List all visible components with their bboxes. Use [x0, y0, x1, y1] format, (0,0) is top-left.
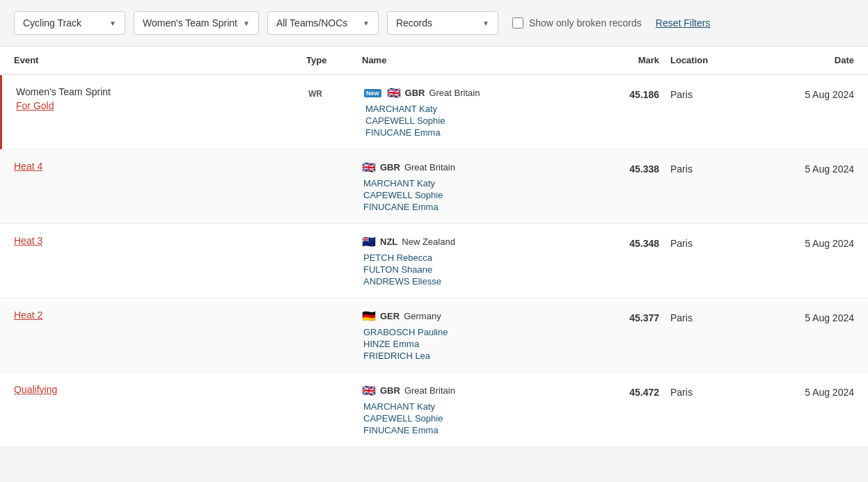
team-code: GER	[380, 311, 400, 321]
athlete-name: FRIEDRICH Lea	[362, 351, 576, 361]
table-row: Qualifying🇬🇧GBRGreat BritainMARCHANT Kat…	[0, 373, 868, 447]
flag-icon: 🇬🇧	[387, 86, 401, 99]
team-line: 🇬🇧GBRGreat Britain	[362, 161, 576, 174]
name-cell: New🇬🇧GBRGreat BritainMARCHANT KatyCAPEWE…	[364, 86, 576, 138]
header-type: Type	[306, 55, 362, 65]
athlete-name: GRABOSCH Pauline	[362, 327, 576, 337]
team-line: 🇳🇿NZLNew Zealand	[362, 235, 576, 248]
header-mark: Mark	[576, 55, 659, 65]
event-link[interactable]: Heat 3	[14, 235, 306, 246]
mark-value: 45.348	[576, 235, 659, 249]
header-date: Date	[743, 55, 854, 65]
category-dropdown[interactable]: Records ▼	[387, 11, 498, 35]
filter-bar: Cycling Track ▼ Women's Team Sprint ▼ Al…	[0, 0, 868, 47]
table-row: Heat 4🇬🇧GBRGreat BritainMARCHANT KatyCAP…	[0, 150, 868, 224]
teams-dropdown-label: All Teams/NOCs	[276, 17, 347, 29]
location-value: Paris	[659, 161, 743, 175]
team-line: New🇬🇧GBRGreat Britain	[364, 86, 576, 99]
event-link[interactable]: Heat 4	[14, 161, 306, 172]
sport-dropdown[interactable]: Cycling Track ▼	[14, 11, 125, 35]
team-name: Germany	[404, 311, 441, 321]
athlete-name: FINUCANE Emma	[364, 127, 576, 138]
flag-icon: 🇬🇧	[362, 384, 376, 397]
event-sub-link[interactable]: For Gold	[16, 100, 308, 111]
flag-icon: 🇳🇿	[362, 235, 376, 248]
date-value: 5 Aug 2024	[743, 86, 854, 100]
location-value: Paris	[659, 384, 743, 398]
event-cell: Women's Team SprintFor Gold	[16, 86, 308, 111]
flag-icon: 🇩🇪	[362, 310, 376, 323]
header-event: Event	[14, 55, 306, 65]
table-header-row: Event Type Name Mark Location Date	[0, 47, 868, 75]
athlete-name: ANDREWS Ellesse	[362, 276, 576, 287]
type-badge: WR	[308, 86, 364, 99]
athlete-name: PETCH Rebecca	[362, 252, 576, 263]
athlete-name: FINUCANE Emma	[362, 202, 576, 212]
mark-value: 45.186	[576, 86, 659, 100]
athlete-name: CAPEWELL Sophie	[362, 413, 576, 424]
show-broken-checkbox[interactable]	[512, 17, 523, 29]
table-row: Heat 2🇩🇪GERGermanyGRABOSCH PaulineHINZE …	[0, 298, 868, 373]
mark-value: 45.377	[576, 310, 659, 323]
event-cell: Heat 2	[14, 310, 306, 321]
team-name: Great Britain	[429, 88, 480, 98]
event-cell: Heat 4	[14, 161, 306, 172]
show-broken-text: Show only broken records	[529, 17, 642, 29]
new-badge: New	[364, 89, 381, 97]
athlete-name: CAPEWELL Sophie	[362, 190, 576, 200]
table-row: Women's Team SprintFor GoldWRNew🇬🇧GBRGre…	[0, 75, 868, 150]
team-code: GBR	[405, 88, 425, 98]
event-dropdown[interactable]: Women's Team Sprint ▼	[134, 11, 259, 35]
athlete-name: FULTON Shaane	[362, 264, 576, 275]
reset-filters-button[interactable]: Reset Filters	[656, 17, 711, 29]
teams-dropdown[interactable]: All Teams/NOCs ▼	[267, 11, 379, 35]
athlete-name: HINZE Emma	[362, 339, 576, 349]
category-chevron-icon: ▼	[482, 19, 489, 27]
name-cell: 🇩🇪GERGermanyGRABOSCH PaulineHINZE EmmaFR…	[362, 310, 576, 361]
location-value: Paris	[659, 86, 743, 100]
date-value: 5 Aug 2024	[743, 161, 854, 175]
date-value: 5 Aug 2024	[743, 310, 854, 323]
team-line: 🇬🇧GBRGreat Britain	[362, 384, 576, 397]
location-value: Paris	[659, 235, 743, 249]
sport-chevron-icon: ▼	[109, 19, 116, 27]
event-name: Women's Team Sprint	[16, 86, 308, 97]
teams-chevron-icon: ▼	[363, 19, 370, 27]
type-badge	[306, 161, 362, 163]
table-body: Women's Team SprintFor GoldWRNew🇬🇧GBRGre…	[0, 75, 868, 447]
sport-dropdown-label: Cycling Track	[23, 17, 81, 29]
team-line: 🇩🇪GERGermany	[362, 310, 576, 323]
team-name: Great Britain	[404, 385, 455, 396]
athlete-name: FINUCANE Emma	[362, 425, 576, 435]
event-dropdown-label: Women's Team Sprint	[143, 17, 237, 29]
type-badge	[306, 310, 362, 312]
team-name: Great Britain	[404, 162, 455, 172]
event-cell: Heat 3	[14, 235, 306, 246]
name-cell: 🇬🇧GBRGreat BritainMARCHANT KatyCAPEWELL …	[362, 384, 576, 435]
header-name: Name	[362, 55, 576, 65]
mark-value: 45.472	[576, 384, 659, 398]
athlete-name: MARCHANT Katy	[362, 401, 576, 412]
type-badge	[306, 235, 362, 238]
header-location: Location	[659, 55, 743, 65]
event-link[interactable]: Qualifying	[14, 384, 306, 395]
event-cell: Qualifying	[14, 384, 306, 395]
athlete-name: CAPEWELL Sophie	[364, 115, 576, 126]
date-value: 5 Aug 2024	[743, 384, 854, 398]
date-value: 5 Aug 2024	[743, 235, 854, 249]
team-code: NZL	[380, 236, 397, 247]
records-table: Event Type Name Mark Location Date Women…	[0, 47, 868, 447]
athlete-name: MARCHANT Katy	[364, 104, 576, 114]
team-name: New Zealand	[402, 236, 455, 247]
show-broken-label: Show only broken records	[512, 17, 642, 29]
event-link[interactable]: Heat 2	[14, 310, 306, 321]
team-code: GBR	[380, 385, 400, 396]
mark-value: 45.338	[576, 161, 659, 175]
type-badge	[306, 384, 362, 387]
name-cell: 🇬🇧GBRGreat BritainMARCHANT KatyCAPEWELL …	[362, 161, 576, 212]
event-chevron-icon: ▼	[243, 19, 250, 27]
category-dropdown-label: Records	[396, 17, 432, 29]
table-row: Heat 3🇳🇿NZLNew ZealandPETCH RebeccaFULTO…	[0, 224, 868, 298]
team-code: GBR	[380, 162, 400, 172]
name-cell: 🇳🇿NZLNew ZealandPETCH RebeccaFULTON Shaa…	[362, 235, 576, 287]
